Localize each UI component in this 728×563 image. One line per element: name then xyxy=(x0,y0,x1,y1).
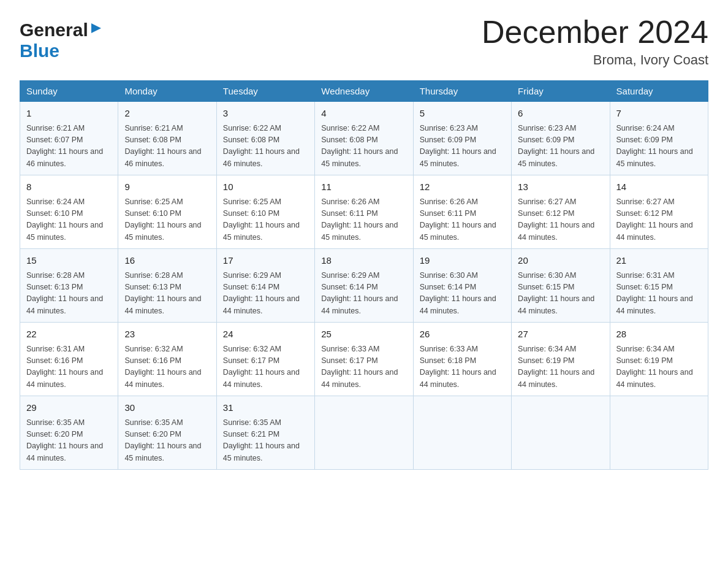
calendar-cell-w1-d1: 1 Sunrise: 6:21 AM Sunset: 6:07 PM Dayli… xyxy=(20,102,118,175)
day-number: 16 xyxy=(124,254,210,268)
calendar-cell-w4-d2: 23 Sunrise: 6:32 AM Sunset: 6:16 PM Dayl… xyxy=(118,323,216,396)
calendar-cell-w1-d4: 4 Sunrise: 6:22 AM Sunset: 6:08 PM Dayli… xyxy=(315,102,413,175)
day-info: Sunrise: 6:28 AM Sunset: 6:13 PM Dayligh… xyxy=(26,270,112,318)
day-info: Sunrise: 6:23 AM Sunset: 6:09 PM Dayligh… xyxy=(420,123,505,170)
calendar-cell-w5-d2: 30 Sunrise: 6:35 AM Sunset: 6:20 PM Dayl… xyxy=(118,396,216,470)
day-info: Sunrise: 6:26 AM Sunset: 6:11 PM Dayligh… xyxy=(321,196,406,244)
calendar-cell-w2-d1: 8 Sunrise: 6:24 AM Sunset: 6:10 PM Dayli… xyxy=(20,175,118,249)
calendar-table: Sunday Monday Tuesday Wednesday Thursday… xyxy=(20,80,708,470)
calendar-cell-w2-d5: 12 Sunrise: 6:26 AM Sunset: 6:11 PM Dayl… xyxy=(413,175,511,249)
calendar-header-row: Sunday Monday Tuesday Wednesday Thursday… xyxy=(20,81,708,102)
day-number: 7 xyxy=(616,107,702,121)
logo-blue-text: Blue xyxy=(20,40,59,61)
col-wednesday: Wednesday xyxy=(315,81,413,102)
day-number: 22 xyxy=(26,327,112,342)
day-number: 24 xyxy=(223,327,308,342)
logo-flag-icon xyxy=(90,23,101,37)
calendar-cell-w3-d5: 19 Sunrise: 6:30 AM Sunset: 6:14 PM Dayl… xyxy=(413,249,511,323)
calendar-cell-w5-d1: 29 Sunrise: 6:35 AM Sunset: 6:20 PM Dayl… xyxy=(20,396,118,470)
day-number: 15 xyxy=(26,254,112,268)
calendar-cell-w3-d3: 17 Sunrise: 6:29 AM Sunset: 6:14 PM Dayl… xyxy=(216,249,314,323)
col-friday: Friday xyxy=(512,81,610,102)
col-sunday: Sunday xyxy=(20,81,118,102)
calendar-cell-w4-d5: 26 Sunrise: 6:33 AM Sunset: 6:18 PM Dayl… xyxy=(413,323,511,396)
logo-general-text: General xyxy=(20,20,88,40)
calendar-cell-w1-d3: 3 Sunrise: 6:22 AM Sunset: 6:08 PM Dayli… xyxy=(216,102,314,175)
calendar-cell-w4-d4: 25 Sunrise: 6:33 AM Sunset: 6:17 PM Dayl… xyxy=(315,323,413,396)
day-info: Sunrise: 6:34 AM Sunset: 6:19 PM Dayligh… xyxy=(616,343,702,391)
calendar-cell-w2-d3: 10 Sunrise: 6:25 AM Sunset: 6:10 PM Dayl… xyxy=(216,175,314,249)
day-number: 31 xyxy=(223,401,308,415)
day-number: 29 xyxy=(26,401,112,415)
logo: General Blue xyxy=(20,15,101,61)
calendar-cell-w2-d6: 13 Sunrise: 6:27 AM Sunset: 6:12 PM Dayl… xyxy=(512,175,610,249)
calendar-cell-w3-d4: 18 Sunrise: 6:29 AM Sunset: 6:14 PM Dayl… xyxy=(315,249,413,323)
day-number: 21 xyxy=(616,254,702,268)
day-number: 6 xyxy=(518,107,603,121)
day-number: 13 xyxy=(518,180,603,194)
col-tuesday: Tuesday xyxy=(216,81,314,102)
day-info: Sunrise: 6:29 AM Sunset: 6:14 PM Dayligh… xyxy=(223,270,308,318)
day-info: Sunrise: 6:31 AM Sunset: 6:16 PM Dayligh… xyxy=(26,343,112,391)
day-number: 17 xyxy=(223,254,308,268)
calendar-cell-w5-d6 xyxy=(512,396,610,470)
day-number: 19 xyxy=(420,254,505,268)
col-thursday: Thursday xyxy=(413,81,511,102)
day-info: Sunrise: 6:23 AM Sunset: 6:09 PM Dayligh… xyxy=(518,123,603,170)
day-info: Sunrise: 6:25 AM Sunset: 6:10 PM Dayligh… xyxy=(124,196,210,244)
calendar-cell-w1-d5: 5 Sunrise: 6:23 AM Sunset: 6:09 PM Dayli… xyxy=(413,102,511,175)
day-number: 30 xyxy=(124,401,210,415)
day-info: Sunrise: 6:21 AM Sunset: 6:07 PM Dayligh… xyxy=(26,123,112,170)
day-number: 27 xyxy=(518,327,603,342)
day-info: Sunrise: 6:26 AM Sunset: 6:11 PM Dayligh… xyxy=(420,196,505,244)
day-info: Sunrise: 6:35 AM Sunset: 6:21 PM Dayligh… xyxy=(223,417,308,465)
calendar-cell-w3-d2: 16 Sunrise: 6:28 AM Sunset: 6:13 PM Dayl… xyxy=(118,249,216,323)
day-info: Sunrise: 6:22 AM Sunset: 6:08 PM Dayligh… xyxy=(223,123,308,170)
day-number: 25 xyxy=(321,327,406,342)
calendar-cell-w4-d1: 22 Sunrise: 6:31 AM Sunset: 6:16 PM Dayl… xyxy=(20,323,118,396)
day-info: Sunrise: 6:35 AM Sunset: 6:20 PM Dayligh… xyxy=(26,417,112,465)
day-info: Sunrise: 6:32 AM Sunset: 6:17 PM Dayligh… xyxy=(223,343,308,391)
page-header: General Blue December 2024 Broma, Ivory … xyxy=(20,15,708,68)
calendar-cell-w1-d6: 6 Sunrise: 6:23 AM Sunset: 6:09 PM Dayli… xyxy=(512,102,610,175)
day-info: Sunrise: 6:35 AM Sunset: 6:20 PM Dayligh… xyxy=(124,417,210,465)
day-number: 1 xyxy=(26,107,112,121)
day-info: Sunrise: 6:29 AM Sunset: 6:14 PM Dayligh… xyxy=(321,270,406,318)
calendar-cell-w5-d3: 31 Sunrise: 6:35 AM Sunset: 6:21 PM Dayl… xyxy=(216,396,314,470)
day-number: 3 xyxy=(223,107,308,121)
calendar-cell-w4-d7: 28 Sunrise: 6:34 AM Sunset: 6:19 PM Dayl… xyxy=(610,323,708,396)
day-info: Sunrise: 6:33 AM Sunset: 6:17 PM Dayligh… xyxy=(321,343,406,391)
calendar-week-1: 1 Sunrise: 6:21 AM Sunset: 6:07 PM Dayli… xyxy=(20,102,708,175)
day-info: Sunrise: 6:24 AM Sunset: 6:10 PM Dayligh… xyxy=(26,196,112,244)
col-monday: Monday xyxy=(118,81,216,102)
day-info: Sunrise: 6:31 AM Sunset: 6:15 PM Dayligh… xyxy=(616,270,702,318)
calendar-cell-w5-d4 xyxy=(315,396,413,470)
calendar-cell-w2-d2: 9 Sunrise: 6:25 AM Sunset: 6:10 PM Dayli… xyxy=(118,175,216,249)
day-number: 28 xyxy=(616,327,702,342)
calendar-cell-w2-d7: 14 Sunrise: 6:27 AM Sunset: 6:12 PM Dayl… xyxy=(610,175,708,249)
calendar-cell-w5-d5 xyxy=(413,396,511,470)
svg-marker-0 xyxy=(91,23,101,33)
calendar-cell-w3-d7: 21 Sunrise: 6:31 AM Sunset: 6:15 PM Dayl… xyxy=(610,249,708,323)
day-number: 26 xyxy=(420,327,505,342)
calendar-cell-w2-d4: 11 Sunrise: 6:26 AM Sunset: 6:11 PM Dayl… xyxy=(315,175,413,249)
calendar-cell-w4-d3: 24 Sunrise: 6:32 AM Sunset: 6:17 PM Dayl… xyxy=(216,323,314,396)
day-info: Sunrise: 6:21 AM Sunset: 6:08 PM Dayligh… xyxy=(124,123,210,170)
title-area: December 2024 Broma, Ivory Coast xyxy=(482,15,708,68)
calendar-week-3: 15 Sunrise: 6:28 AM Sunset: 6:13 PM Dayl… xyxy=(20,249,708,323)
day-info: Sunrise: 6:28 AM Sunset: 6:13 PM Dayligh… xyxy=(124,270,210,318)
calendar-week-2: 8 Sunrise: 6:24 AM Sunset: 6:10 PM Dayli… xyxy=(20,175,708,249)
month-title: December 2024 xyxy=(482,15,708,50)
calendar-cell-w3-d6: 20 Sunrise: 6:30 AM Sunset: 6:15 PM Dayl… xyxy=(512,249,610,323)
day-number: 20 xyxy=(518,254,603,268)
location-title: Broma, Ivory Coast xyxy=(482,52,708,68)
day-number: 12 xyxy=(420,180,505,194)
day-info: Sunrise: 6:27 AM Sunset: 6:12 PM Dayligh… xyxy=(518,196,603,244)
day-number: 14 xyxy=(616,180,702,194)
day-number: 10 xyxy=(223,180,308,194)
calendar-cell-w5-d7 xyxy=(610,396,708,470)
calendar-week-4: 22 Sunrise: 6:31 AM Sunset: 6:16 PM Dayl… xyxy=(20,323,708,396)
day-info: Sunrise: 6:25 AM Sunset: 6:10 PM Dayligh… xyxy=(223,196,308,244)
day-number: 9 xyxy=(124,180,210,194)
day-number: 11 xyxy=(321,180,406,194)
